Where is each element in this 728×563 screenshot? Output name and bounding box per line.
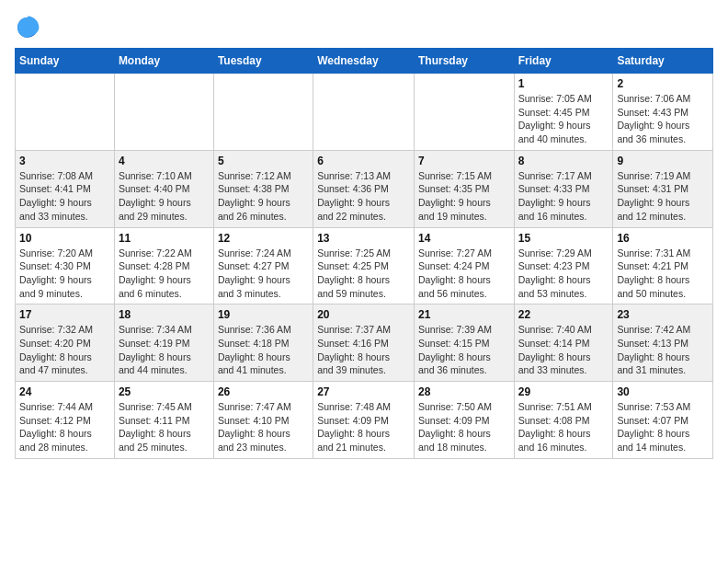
weekday-header-monday: Monday	[114, 49, 213, 74]
calendar-cell: 11Sunrise: 7:22 AMSunset: 4:28 PMDayligh…	[114, 227, 213, 304]
day-info: Sunrise: 7:42 AMSunset: 4:13 PMDaylight:…	[617, 323, 709, 377]
day-number: 13	[317, 232, 410, 245]
day-number: 2	[617, 77, 709, 90]
day-info: Sunrise: 7:51 AMSunset: 4:08 PMDaylight:…	[518, 400, 609, 454]
day-number: 18	[119, 308, 210, 321]
day-number: 12	[218, 232, 309, 245]
calendar-cell: 23Sunrise: 7:42 AMSunset: 4:13 PMDayligh…	[613, 304, 713, 382]
day-info: Sunrise: 7:17 AMSunset: 4:33 PMDaylight:…	[518, 169, 609, 224]
day-number: 9	[617, 155, 709, 167]
day-info: Sunrise: 7:37 AMSunset: 4:16 PMDaylight:…	[317, 323, 410, 377]
day-number: 29	[518, 385, 609, 398]
calendar-cell: 5Sunrise: 7:12 AMSunset: 4:38 PMDaylight…	[213, 150, 313, 227]
calendar-cell: 28Sunrise: 7:50 AMSunset: 4:09 PMDayligh…	[414, 382, 514, 459]
day-info: Sunrise: 7:27 AMSunset: 4:24 PMDaylight:…	[418, 247, 510, 301]
day-info: Sunrise: 7:19 AMSunset: 4:31 PMDaylight:…	[617, 169, 709, 224]
day-info: Sunrise: 7:36 AMSunset: 4:18 PMDaylight:…	[218, 323, 309, 377]
day-info: Sunrise: 7:34 AMSunset: 4:19 PMDaylight:…	[119, 323, 210, 377]
calendar-cell	[16, 74, 115, 151]
day-number: 4	[119, 155, 210, 167]
calendar-cell: 26Sunrise: 7:47 AMSunset: 4:10 PMDayligh…	[213, 382, 313, 459]
day-info: Sunrise: 7:48 AMSunset: 4:09 PMDaylight:…	[317, 400, 410, 454]
weekday-header-tuesday: Tuesday	[213, 49, 313, 74]
calendar-cell: 1Sunrise: 7:05 AMSunset: 4:45 PMDaylight…	[514, 74, 613, 151]
day-info: Sunrise: 7:15 AMSunset: 4:35 PMDaylight:…	[418, 169, 510, 224]
day-number: 14	[418, 232, 510, 245]
day-info: Sunrise: 7:40 AMSunset: 4:14 PMDaylight:…	[518, 323, 609, 377]
day-number: 30	[617, 385, 709, 398]
day-number: 22	[518, 308, 609, 321]
weekday-header-saturday: Saturday	[613, 49, 713, 74]
calendar-cell: 13Sunrise: 7:25 AMSunset: 4:25 PMDayligh…	[313, 227, 415, 304]
day-info: Sunrise: 7:06 AMSunset: 4:43 PMDaylight:…	[617, 92, 709, 146]
day-number: 28	[418, 385, 510, 398]
calendar-cell: 29Sunrise: 7:51 AMSunset: 4:08 PMDayligh…	[514, 382, 613, 459]
calendar-table: SundayMondayTuesdayWednesdayThursdayFrid…	[15, 48, 713, 459]
calendar-week-row: 17Sunrise: 7:32 AMSunset: 4:20 PMDayligh…	[16, 304, 713, 382]
calendar-week-row: 24Sunrise: 7:44 AMSunset: 4:12 PMDayligh…	[16, 382, 713, 459]
calendar-cell	[213, 74, 313, 151]
calendar-week-row: 3Sunrise: 7:08 AMSunset: 4:41 PMDaylight…	[16, 150, 713, 227]
day-info: Sunrise: 7:25 AMSunset: 4:25 PMDaylight:…	[317, 247, 410, 301]
day-number: 16	[617, 232, 709, 245]
calendar-cell: 15Sunrise: 7:29 AMSunset: 4:23 PMDayligh…	[514, 227, 613, 304]
day-number: 6	[317, 155, 410, 167]
day-number: 10	[19, 232, 110, 245]
day-number: 23	[617, 308, 709, 321]
day-number: 5	[218, 155, 309, 167]
calendar-cell: 16Sunrise: 7:31 AMSunset: 4:21 PMDayligh…	[613, 227, 713, 304]
day-info: Sunrise: 7:31 AMSunset: 4:21 PMDaylight:…	[617, 247, 709, 301]
day-number: 17	[19, 308, 110, 321]
calendar-cell: 7Sunrise: 7:15 AMSunset: 4:35 PMDaylight…	[414, 150, 514, 227]
calendar-cell: 4Sunrise: 7:10 AMSunset: 4:40 PMDaylight…	[114, 150, 213, 227]
calendar-cell: 8Sunrise: 7:17 AMSunset: 4:33 PMDaylight…	[514, 150, 613, 227]
calendar-cell: 17Sunrise: 7:32 AMSunset: 4:20 PMDayligh…	[16, 304, 115, 382]
calendar-cell: 9Sunrise: 7:19 AMSunset: 4:31 PMDaylight…	[613, 150, 713, 227]
weekday-header-thursday: Thursday	[414, 49, 514, 74]
calendar-cell: 21Sunrise: 7:39 AMSunset: 4:15 PMDayligh…	[414, 304, 514, 382]
calendar-cell: 12Sunrise: 7:24 AMSunset: 4:27 PMDayligh…	[213, 227, 313, 304]
page-header	[15, 15, 713, 40]
day-info: Sunrise: 7:39 AMSunset: 4:15 PMDaylight:…	[418, 323, 510, 377]
day-info: Sunrise: 7:44 AMSunset: 4:12 PMDaylight:…	[19, 400, 110, 454]
day-info: Sunrise: 7:50 AMSunset: 4:09 PMDaylight:…	[418, 400, 510, 454]
calendar-cell: 25Sunrise: 7:45 AMSunset: 4:11 PMDayligh…	[114, 382, 213, 459]
calendar-cell: 10Sunrise: 7:20 AMSunset: 4:30 PMDayligh…	[16, 227, 115, 304]
calendar-cell: 22Sunrise: 7:40 AMSunset: 4:14 PMDayligh…	[514, 304, 613, 382]
calendar-cell: 30Sunrise: 7:53 AMSunset: 4:07 PMDayligh…	[613, 382, 713, 459]
calendar-cell: 19Sunrise: 7:36 AMSunset: 4:18 PMDayligh…	[213, 304, 313, 382]
day-info: Sunrise: 7:45 AMSunset: 4:11 PMDaylight:…	[119, 400, 210, 454]
day-info: Sunrise: 7:22 AMSunset: 4:28 PMDaylight:…	[119, 247, 210, 301]
calendar-cell: 24Sunrise: 7:44 AMSunset: 4:12 PMDayligh…	[16, 382, 115, 459]
day-info: Sunrise: 7:10 AMSunset: 4:40 PMDaylight:…	[119, 169, 210, 224]
calendar-week-row: 1Sunrise: 7:05 AMSunset: 4:45 PMDaylight…	[16, 74, 713, 151]
day-number: 21	[418, 308, 510, 321]
calendar-cell: 18Sunrise: 7:34 AMSunset: 4:19 PMDayligh…	[114, 304, 213, 382]
day-info: Sunrise: 7:24 AMSunset: 4:27 PMDaylight:…	[218, 247, 309, 301]
day-info: Sunrise: 7:53 AMSunset: 4:07 PMDaylight:…	[617, 400, 709, 454]
calendar-week-row: 10Sunrise: 7:20 AMSunset: 4:30 PMDayligh…	[16, 227, 713, 304]
day-number: 19	[218, 308, 309, 321]
day-info: Sunrise: 7:47 AMSunset: 4:10 PMDaylight:…	[218, 400, 309, 454]
calendar-cell: 14Sunrise: 7:27 AMSunset: 4:24 PMDayligh…	[414, 227, 514, 304]
day-number: 20	[317, 308, 410, 321]
day-info: Sunrise: 7:12 AMSunset: 4:38 PMDaylight:…	[218, 169, 309, 224]
day-info: Sunrise: 7:05 AMSunset: 4:45 PMDaylight:…	[518, 92, 609, 146]
day-info: Sunrise: 7:32 AMSunset: 4:20 PMDaylight:…	[19, 323, 110, 377]
day-info: Sunrise: 7:29 AMSunset: 4:23 PMDaylight:…	[518, 247, 609, 301]
calendar-cell	[114, 74, 213, 151]
weekday-header-wednesday: Wednesday	[313, 49, 415, 74]
logo-icon	[15, 15, 40, 40]
calendar-cell: 3Sunrise: 7:08 AMSunset: 4:41 PMDaylight…	[16, 150, 115, 227]
calendar-cell: 2Sunrise: 7:06 AMSunset: 4:43 PMDaylight…	[613, 74, 713, 151]
calendar-cell: 20Sunrise: 7:37 AMSunset: 4:16 PMDayligh…	[313, 304, 415, 382]
day-number: 11	[119, 232, 210, 245]
day-number: 1	[518, 77, 609, 90]
day-number: 24	[19, 385, 110, 398]
day-number: 7	[418, 155, 510, 167]
weekday-header-row: SundayMondayTuesdayWednesdayThursdayFrid…	[16, 49, 713, 74]
day-number: 8	[518, 155, 609, 167]
day-number: 26	[218, 385, 309, 398]
day-info: Sunrise: 7:20 AMSunset: 4:30 PMDaylight:…	[19, 247, 110, 301]
day-info: Sunrise: 7:13 AMSunset: 4:36 PMDaylight:…	[317, 169, 410, 224]
